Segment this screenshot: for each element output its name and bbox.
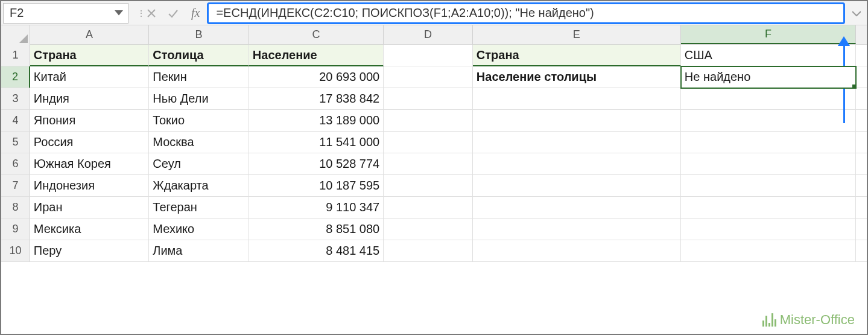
cell-D3[interactable]: [384, 88, 473, 110]
cell-C1[interactable]: Население: [249, 45, 384, 66]
cell-F10[interactable]: [681, 240, 856, 262]
cell-E1[interactable]: Страна: [473, 45, 681, 66]
cell-B7[interactable]: Ждакарта: [149, 175, 249, 197]
row-header-6[interactable]: 6: [1, 153, 30, 175]
col-header-F[interactable]: F: [681, 25, 856, 44]
watermark-text: Mister-Office: [780, 312, 855, 328]
row-header-10[interactable]: 10: [1, 240, 30, 262]
cell-A1[interactable]: Страна: [30, 45, 149, 66]
col-header-B[interactable]: B: [149, 25, 249, 44]
cell-F1[interactable]: США: [681, 45, 856, 66]
cell-D6[interactable]: [384, 153, 473, 175]
cell-B2[interactable]: Пекин: [149, 66, 249, 88]
row-header-9[interactable]: 9: [1, 219, 30, 240]
row-5: 5 Россия Москва 11 541 000: [1, 132, 867, 153]
row-8: 8 Иран Тегеран 9 110 347: [1, 197, 867, 219]
row-4: 4 Япония Токио 13 189 000: [1, 110, 867, 132]
cell-F9[interactable]: [681, 219, 856, 240]
cell-B4[interactable]: Токио: [149, 110, 249, 132]
cell-B8[interactable]: Тегеран: [149, 197, 249, 219]
cell-F6[interactable]: [681, 153, 856, 175]
cell-E4[interactable]: [473, 110, 681, 132]
cell-B5[interactable]: Москва: [149, 132, 249, 153]
cell-end-5: [856, 132, 867, 153]
cell-C5[interactable]: 11 541 000: [249, 132, 384, 153]
cell-D7[interactable]: [384, 175, 473, 197]
row-header-2[interactable]: 2: [1, 66, 30, 88]
cell-A9[interactable]: Мексика: [30, 219, 149, 240]
select-all-button[interactable]: [1, 25, 30, 45]
cell-F7[interactable]: [681, 175, 856, 197]
cell-A7[interactable]: Индонезия: [30, 175, 149, 197]
cell-E10[interactable]: [473, 240, 681, 262]
cell-end-8: [856, 197, 867, 219]
cell-C4[interactable]: 13 189 000: [249, 110, 384, 132]
col-header-D[interactable]: D: [384, 25, 473, 44]
name-box-dropdown-icon[interactable]: [115, 9, 123, 18]
row-10: 10 Перу Лима 8 481 415: [1, 240, 867, 262]
watermark-logo-icon: [762, 313, 776, 327]
cell-E3[interactable]: [473, 88, 681, 110]
divider-icon: ⋮: [133, 8, 141, 18]
cell-F3[interactable]: [681, 88, 856, 110]
cell-B1[interactable]: Столица: [149, 45, 249, 66]
cell-C3[interactable]: 17 838 842: [249, 88, 384, 110]
insert-function-button[interactable]: fx: [184, 6, 207, 20]
cell-C9[interactable]: 8 851 080: [249, 219, 384, 240]
cell-end-10: [856, 240, 867, 262]
cell-C2[interactable]: 20 693 000: [249, 66, 384, 88]
cell-E8[interactable]: [473, 197, 681, 219]
cell-A10[interactable]: Перу: [30, 240, 149, 262]
enter-button[interactable]: [162, 3, 184, 24]
cell-A5[interactable]: Россия: [30, 132, 149, 153]
row-header-7[interactable]: 7: [1, 175, 30, 197]
cell-D8[interactable]: [384, 197, 473, 219]
col-header-A[interactable]: A: [30, 25, 149, 44]
row-9: 9 Мексика Мехико 8 851 080: [1, 219, 867, 240]
cell-D10[interactable]: [384, 240, 473, 262]
col-header-E[interactable]: E: [473, 25, 681, 44]
cell-C6[interactable]: 10 528 774: [249, 153, 384, 175]
cell-A6[interactable]: Южная Корея: [30, 153, 149, 175]
cell-F2[interactable]: Не найдено: [681, 66, 856, 88]
cell-D5[interactable]: [384, 132, 473, 153]
cell-E6[interactable]: [473, 153, 681, 175]
cell-A8[interactable]: Иран: [30, 197, 149, 219]
cell-end-3: [856, 88, 867, 110]
cancel-button[interactable]: [141, 3, 162, 24]
cell-E9[interactable]: [473, 219, 681, 240]
row-header-1[interactable]: 1: [1, 45, 30, 66]
cell-F5[interactable]: [681, 132, 856, 153]
cell-E7[interactable]: [473, 175, 681, 197]
cell-D4[interactable]: [384, 110, 473, 132]
cell-E2[interactable]: Население столицы: [473, 66, 681, 88]
cell-B6[interactable]: Сеул: [149, 153, 249, 175]
cell-D1[interactable]: [384, 45, 473, 66]
expand-formula-icon[interactable]: [849, 3, 864, 24]
name-box[interactable]: F2: [3, 3, 128, 24]
cell-D2[interactable]: [384, 66, 473, 88]
cell-B9[interactable]: Мехико: [149, 219, 249, 240]
formula-bar: F2 ⋮ fx =ЕСНД(ИНДЕКС(C2:C10; ПОИСКПОЗ(F1…: [1, 1, 867, 25]
cell-A4[interactable]: Япония: [30, 110, 149, 132]
row-header-4[interactable]: 4: [1, 110, 30, 132]
cell-B3[interactable]: Нью Дели: [149, 88, 249, 110]
row-header-3[interactable]: 3: [1, 88, 30, 110]
cell-C7[interactable]: 10 187 595: [249, 175, 384, 197]
cell-end-2: [856, 66, 867, 88]
row-header-8[interactable]: 8: [1, 197, 30, 219]
formula-buttons: ⋮ fx: [133, 3, 207, 24]
cell-F8[interactable]: [681, 197, 856, 219]
cell-B10[interactable]: Лима: [149, 240, 249, 262]
row-7: 7 Индонезия Ждакарта 10 187 595: [1, 175, 867, 197]
cell-E5[interactable]: [473, 132, 681, 153]
cell-F4[interactable]: [681, 110, 856, 132]
formula-input[interactable]: =ЕСНД(ИНДЕКС(C2:C10; ПОИСКПОЗ(F1;A2:A10;…: [207, 2, 845, 24]
cell-A2[interactable]: Китай: [30, 66, 149, 88]
col-header-C[interactable]: C: [249, 25, 384, 44]
cell-D9[interactable]: [384, 219, 473, 240]
cell-A3[interactable]: Индия: [30, 88, 149, 110]
cell-C8[interactable]: 9 110 347: [249, 197, 384, 219]
row-header-5[interactable]: 5: [1, 132, 30, 153]
cell-C10[interactable]: 8 481 415: [249, 240, 384, 262]
